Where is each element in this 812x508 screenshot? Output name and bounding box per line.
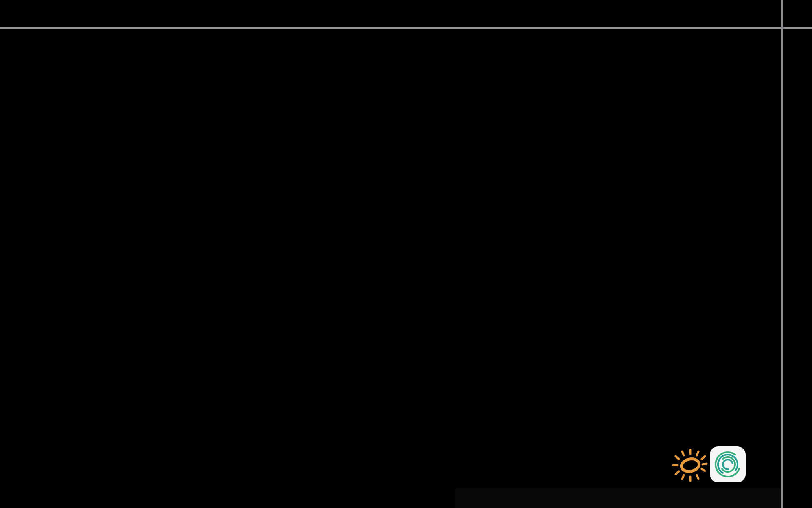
sun-icon — [670, 446, 709, 483]
hungary-map-svg — [0, 27, 781, 508]
radar-screen — [0, 0, 812, 508]
dbz-legend — [455, 488, 781, 508]
metnet-logo — [670, 446, 746, 483]
radar-map — [0, 27, 781, 508]
top-strip-baseline — [0, 27, 812, 29]
right-cross-section-strip — [783, 0, 812, 508]
cross-section-axis-corner — [783, 0, 812, 27]
top-cross-section-strip — [0, 0, 781, 27]
right-strip-baseline — [781, 0, 783, 508]
metnet-app-icon — [709, 446, 746, 483]
